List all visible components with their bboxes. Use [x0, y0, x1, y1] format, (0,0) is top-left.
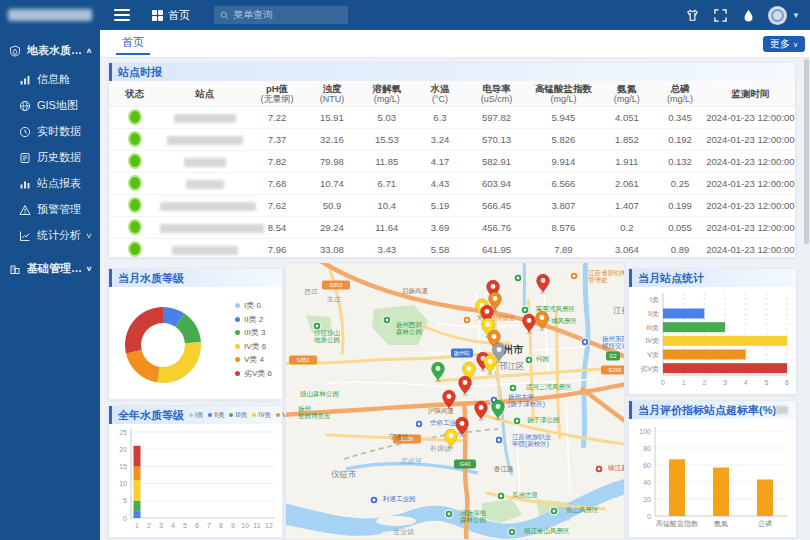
cell-value: 7.62: [250, 195, 305, 217]
shield-water-icon: [9, 45, 21, 57]
app-root: 地表水质量监测系统∧信息舱GIS地图实时数据历史数据站点报表预警管理统计分析∨基…: [0, 0, 810, 540]
sidebar-item-group-0[interactable]: 地表水质量监测系统∧: [0, 38, 100, 63]
sidebar-item-label: 站点报表: [37, 176, 81, 191]
svg-text:I类: I类: [650, 296, 659, 303]
sidebar-item-label: 地表水质量监测系统: [27, 43, 86, 58]
fullscreen-icon[interactable]: [713, 8, 728, 23]
map-poi-icon[interactable]: [415, 420, 423, 428]
svg-text:扬州站: 扬州站: [454, 350, 471, 357]
sidebar-item-child-0-3[interactable]: 历史数据: [0, 145, 100, 170]
station-table: 状态站点pH值(无量纲)浊度(NTU)溶解氧(mg/L)水温(°C)电导率(uS…: [109, 81, 795, 261]
route-badge: G40: [454, 460, 476, 469]
table-col-header: 总磷(mg/L): [654, 81, 705, 107]
map-poi-icon[interactable]: [595, 465, 603, 473]
cell-value: 3.43: [359, 239, 414, 261]
map-poi-icon[interactable]: [495, 436, 503, 444]
map-label: 镇江新区产业园: [607, 464, 625, 472]
legend-item[interactable]: 劣V类 6: [235, 367, 272, 381]
cell-monitor-time: 2024-01-23 12:00:00: [706, 239, 795, 261]
station-name-blurred: [174, 114, 236, 123]
cell-monitor-time: 2024-01-23 12:00:00: [706, 195, 795, 217]
legend-item[interactable]: IV类: [252, 411, 271, 420]
cell-monitor-time: 2024-01-23 12:00:00: [706, 217, 795, 239]
legend-item[interactable]: V类 4: [235, 353, 272, 367]
legend-item[interactable]: I类: [189, 411, 203, 420]
map-poi-icon[interactable]: [550, 507, 558, 515]
table-row[interactable]: 7.6810.746.714.43603.946.5662.0610.25202…: [109, 173, 795, 195]
sidebar-item-label: 信息舱: [37, 72, 70, 87]
map-poi-icon[interactable]: [513, 417, 521, 425]
theme-skin-icon[interactable]: [685, 8, 700, 23]
cell-value: 456.76: [466, 217, 528, 239]
table-row[interactable]: 7.9633.083.435.58641.957.893.0640.892024…: [109, 239, 795, 261]
map-poi-icon[interactable]: [570, 272, 578, 280]
menu-search-input[interactable]: 菜单查询: [214, 6, 348, 24]
map-poi-icon[interactable]: [497, 492, 505, 500]
chevron-down-icon: ∨: [86, 231, 93, 239]
topbar-home-nav[interactable]: 首页: [152, 8, 190, 23]
svg-text:10: 10: [241, 522, 249, 529]
status-online-dot: [128, 219, 142, 235]
svg-text:G40: G40: [460, 461, 470, 467]
svg-text:25: 25: [119, 429, 127, 436]
legend-item[interactable]: III类: [229, 411, 247, 420]
content-scrollbar[interactable]: [803, 57, 810, 540]
hbar-V类: [663, 350, 746, 360]
svg-text:5: 5: [123, 497, 127, 504]
cell-value: 1.911: [599, 151, 654, 173]
map-poi-icon[interactable]: [514, 274, 522, 282]
svg-text:S243: S243: [609, 367, 622, 373]
gis-map[interactable]: S353S352S356S243G40G2扬州站 扬州市江都区仪征市邗江区西庄朱…: [286, 263, 625, 540]
route-badge: S243: [601, 366, 625, 375]
cell-value: 5.945: [527, 107, 599, 129]
more-button[interactable]: 更多∨: [763, 36, 805, 52]
map-poi-icon[interactable]: [581, 338, 589, 346]
map-poi-icon[interactable]: [525, 356, 533, 364]
sidebar-item-child-0-4[interactable]: 站点报表: [0, 171, 100, 196]
status-online-dot: [128, 153, 142, 169]
table-row[interactable]: 7.6250.910.45.19566.453.8071.4070.199202…: [109, 195, 795, 217]
map-poi-icon[interactable]: [383, 316, 391, 324]
panel-title: 当月评价指标站点超标率(%): [638, 403, 776, 418]
legend-item[interactable]: I类 0: [235, 299, 272, 313]
map-label: 润扬湿地森林公园: [460, 509, 487, 523]
tab-home[interactable]: 首页: [116, 30, 150, 55]
cell-value: 3.064: [599, 239, 654, 261]
hamburger-menu-icon[interactable]: [114, 9, 130, 21]
monthly-grade-panel: 当月水质等级 I类 0II类 2III类 3IV类 6V类 4劣V类 6: [108, 268, 283, 400]
cell-value: 0.199: [654, 195, 705, 217]
table-row[interactable]: 8.5429.2411.643.69456.768.5760.20.055202…: [109, 217, 795, 239]
sidebar-item-child-0-0[interactable]: 信息舱: [0, 67, 100, 92]
sidebar-item-child-0-6[interactable]: 统计分析∨: [0, 223, 100, 248]
cell-value: 50.9: [304, 195, 359, 217]
map-poi-icon[interactable]: [445, 510, 453, 518]
user-menu-caret-icon[interactable]: ▼: [792, 11, 800, 20]
legend-item[interactable]: II类: [208, 411, 224, 420]
sidebar-item-child-0-5[interactable]: 预警管理: [0, 197, 100, 222]
legend-item[interactable]: IV类 6: [235, 340, 272, 354]
map-poi-icon[interactable]: [370, 496, 378, 504]
sidebar-item-child-0-1[interactable]: GIS地图: [0, 93, 100, 118]
globe-icon: [19, 100, 31, 112]
cell-value: 5.19: [414, 195, 465, 217]
cell-value: 7.68: [250, 173, 305, 195]
map-poi-icon[interactable]: [463, 316, 471, 324]
scrollbar-thumb[interactable]: [804, 59, 809, 244]
svg-text:8: 8: [219, 522, 223, 529]
legend-item[interactable]: III类 3: [235, 326, 272, 340]
table-row[interactable]: 7.2215.915.036.3597.825.9454.0510.345202…: [109, 107, 795, 129]
map-poi-icon[interactable]: [508, 528, 516, 536]
table-row[interactable]: 7.3732.1615.533.24570.135.8261.8520.1922…: [109, 129, 795, 151]
chevron-down-icon: ∨: [793, 41, 798, 48]
legend-item[interactable]: II类 2: [235, 313, 272, 327]
table-row[interactable]: 7.8279.9811.854.17582.919.9141.9110.1322…: [109, 151, 795, 173]
cell-value: 6.566: [527, 173, 599, 195]
cell-value: 603.94: [466, 173, 528, 195]
sidebar-item-child-0-2[interactable]: 实时数据: [0, 119, 100, 144]
map-poi-icon[interactable]: [521, 306, 529, 314]
water-drop-icon[interactable]: [741, 8, 756, 23]
sidebar-item-group-1[interactable]: 基础管理系统∨: [0, 256, 100, 281]
map-poi-icon[interactable]: [509, 384, 517, 392]
stack-segment: [134, 446, 141, 467]
avatar[interactable]: [768, 6, 787, 25]
